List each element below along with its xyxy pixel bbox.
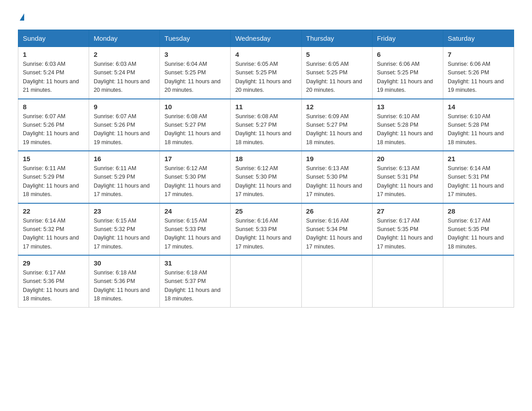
calendar-cell: 16Sunrise: 6:11 AMSunset: 5:29 PMDayligh… <box>89 151 160 203</box>
day-number: 15 <box>23 155 84 163</box>
calendar-cell: 7Sunrise: 6:06 AMSunset: 5:26 PMDaylight… <box>443 47 514 99</box>
calendar-cell <box>231 255 301 307</box>
day-number: 28 <box>448 207 509 215</box>
logo <box>18 13 24 21</box>
calendar-cell: 5Sunrise: 6:05 AMSunset: 5:25 PMDaylight… <box>301 47 372 99</box>
day-number: 5 <box>306 51 368 58</box>
day-number: 21 <box>448 155 509 163</box>
calendar-cell: 22Sunrise: 6:14 AMSunset: 5:32 PMDayligh… <box>18 203 89 256</box>
day-info: Sunrise: 6:17 AMSunset: 5:36 PMDaylight:… <box>23 269 84 304</box>
weekday-header-saturday: Saturday <box>443 30 514 47</box>
day-info: Sunrise: 6:17 AMSunset: 5:35 PMDaylight:… <box>377 217 438 252</box>
day-number: 1 <box>23 51 84 58</box>
day-info: Sunrise: 6:05 AMSunset: 5:25 PMDaylight:… <box>306 60 368 95</box>
day-number: 23 <box>94 207 155 215</box>
weekday-header-monday: Monday <box>89 30 160 47</box>
weekday-header-friday: Friday <box>372 30 443 47</box>
day-info: Sunrise: 6:16 AMSunset: 5:33 PMDaylight:… <box>235 217 296 252</box>
calendar-cell: 29Sunrise: 6:17 AMSunset: 5:36 PMDayligh… <box>18 255 89 307</box>
day-info: Sunrise: 6:06 AMSunset: 5:25 PMDaylight:… <box>377 60 438 95</box>
day-number: 6 <box>377 51 438 58</box>
page-header <box>18 13 514 21</box>
day-info: Sunrise: 6:11 AMSunset: 5:29 PMDaylight:… <box>94 164 155 199</box>
calendar-cell <box>372 255 443 307</box>
day-info: Sunrise: 6:13 AMSunset: 5:31 PMDaylight:… <box>377 164 438 199</box>
day-number: 11 <box>235 103 296 111</box>
day-info: Sunrise: 6:17 AMSunset: 5:35 PMDaylight:… <box>448 217 509 252</box>
calendar-cell <box>301 255 372 307</box>
day-number: 26 <box>306 207 368 215</box>
calendar-cell: 21Sunrise: 6:14 AMSunset: 5:31 PMDayligh… <box>443 151 514 203</box>
day-number: 19 <box>306 155 368 163</box>
day-number: 24 <box>164 207 226 215</box>
day-info: Sunrise: 6:08 AMSunset: 5:27 PMDaylight:… <box>235 112 296 147</box>
day-info: Sunrise: 6:14 AMSunset: 5:31 PMDaylight:… <box>448 164 509 199</box>
calendar-cell: 10Sunrise: 6:08 AMSunset: 5:27 PMDayligh… <box>160 99 231 151</box>
day-info: Sunrise: 6:03 AMSunset: 5:24 PMDaylight:… <box>94 60 155 95</box>
calendar-week-row: 1Sunrise: 6:03 AMSunset: 5:24 PMDaylight… <box>18 47 514 99</box>
calendar-cell: 28Sunrise: 6:17 AMSunset: 5:35 PMDayligh… <box>443 203 514 256</box>
calendar-cell: 13Sunrise: 6:10 AMSunset: 5:28 PMDayligh… <box>372 99 443 151</box>
calendar-cell <box>443 255 514 307</box>
weekday-header-thursday: Thursday <box>301 30 372 47</box>
day-number: 16 <box>94 155 155 163</box>
day-number: 17 <box>164 155 226 163</box>
day-number: 2 <box>94 51 155 58</box>
day-number: 25 <box>235 207 296 215</box>
day-info: Sunrise: 6:09 AMSunset: 5:27 PMDaylight:… <box>306 112 368 147</box>
calendar-cell: 17Sunrise: 6:12 AMSunset: 5:30 PMDayligh… <box>160 151 231 203</box>
calendar-week-row: 29Sunrise: 6:17 AMSunset: 5:36 PMDayligh… <box>18 255 514 307</box>
day-number: 8 <box>23 103 84 111</box>
day-number: 10 <box>164 103 226 111</box>
calendar-cell: 6Sunrise: 6:06 AMSunset: 5:25 PMDaylight… <box>372 47 443 99</box>
day-info: Sunrise: 6:11 AMSunset: 5:29 PMDaylight:… <box>23 164 84 199</box>
day-info: Sunrise: 6:15 AMSunset: 5:32 PMDaylight:… <box>94 217 155 252</box>
calendar-cell: 9Sunrise: 6:07 AMSunset: 5:26 PMDaylight… <box>89 99 160 151</box>
day-info: Sunrise: 6:03 AMSunset: 5:24 PMDaylight:… <box>23 60 84 95</box>
logo-triangle-icon <box>20 13 24 21</box>
calendar-cell: 15Sunrise: 6:11 AMSunset: 5:29 PMDayligh… <box>18 151 89 203</box>
day-number: 4 <box>235 51 296 58</box>
day-info: Sunrise: 6:10 AMSunset: 5:28 PMDaylight:… <box>448 112 509 147</box>
day-info: Sunrise: 6:08 AMSunset: 5:27 PMDaylight:… <box>164 112 226 147</box>
calendar-cell: 26Sunrise: 6:16 AMSunset: 5:34 PMDayligh… <box>301 203 372 256</box>
calendar-cell: 3Sunrise: 6:04 AMSunset: 5:25 PMDaylight… <box>160 47 231 99</box>
day-number: 29 <box>23 259 84 267</box>
weekday-header-tuesday: Tuesday <box>160 30 231 47</box>
calendar-table: SundayMondayTuesdayWednesdayThursdayFrid… <box>18 30 514 308</box>
weekday-header-wednesday: Wednesday <box>231 30 301 47</box>
calendar-cell: 31Sunrise: 6:18 AMSunset: 5:37 PMDayligh… <box>160 255 231 307</box>
day-info: Sunrise: 6:16 AMSunset: 5:34 PMDaylight:… <box>306 217 368 252</box>
day-number: 9 <box>94 103 155 111</box>
calendar-cell: 12Sunrise: 6:09 AMSunset: 5:27 PMDayligh… <box>301 99 372 151</box>
day-number: 13 <box>377 103 438 111</box>
day-number: 12 <box>306 103 368 111</box>
day-info: Sunrise: 6:07 AMSunset: 5:26 PMDaylight:… <box>94 112 155 147</box>
day-number: 7 <box>448 51 509 58</box>
calendar-cell: 20Sunrise: 6:13 AMSunset: 5:31 PMDayligh… <box>372 151 443 203</box>
day-number: 31 <box>164 259 226 267</box>
day-info: Sunrise: 6:15 AMSunset: 5:33 PMDaylight:… <box>164 217 226 252</box>
calendar-cell: 25Sunrise: 6:16 AMSunset: 5:33 PMDayligh… <box>231 203 301 256</box>
calendar-cell: 14Sunrise: 6:10 AMSunset: 5:28 PMDayligh… <box>443 99 514 151</box>
day-number: 18 <box>235 155 296 163</box>
day-info: Sunrise: 6:12 AMSunset: 5:30 PMDaylight:… <box>164 164 226 199</box>
day-number: 27 <box>377 207 438 215</box>
day-number: 3 <box>164 51 226 58</box>
calendar-cell: 24Sunrise: 6:15 AMSunset: 5:33 PMDayligh… <box>160 203 231 256</box>
day-info: Sunrise: 6:13 AMSunset: 5:30 PMDaylight:… <box>306 164 368 199</box>
day-info: Sunrise: 6:04 AMSunset: 5:25 PMDaylight:… <box>164 60 226 95</box>
calendar-header-row: SundayMondayTuesdayWednesdayThursdayFrid… <box>18 30 514 47</box>
calendar-week-row: 22Sunrise: 6:14 AMSunset: 5:32 PMDayligh… <box>18 203 514 256</box>
calendar-cell: 27Sunrise: 6:17 AMSunset: 5:35 PMDayligh… <box>372 203 443 256</box>
calendar-week-row: 15Sunrise: 6:11 AMSunset: 5:29 PMDayligh… <box>18 151 514 203</box>
day-number: 22 <box>23 207 84 215</box>
calendar-cell: 1Sunrise: 6:03 AMSunset: 5:24 PMDaylight… <box>18 47 89 99</box>
day-info: Sunrise: 6:18 AMSunset: 5:36 PMDaylight:… <box>94 269 155 304</box>
calendar-cell: 11Sunrise: 6:08 AMSunset: 5:27 PMDayligh… <box>231 99 301 151</box>
calendar-week-row: 8Sunrise: 6:07 AMSunset: 5:26 PMDaylight… <box>18 99 514 151</box>
calendar-cell: 4Sunrise: 6:05 AMSunset: 5:25 PMDaylight… <box>231 47 301 99</box>
calendar-cell: 30Sunrise: 6:18 AMSunset: 5:36 PMDayligh… <box>89 255 160 307</box>
day-info: Sunrise: 6:06 AMSunset: 5:26 PMDaylight:… <box>448 60 509 95</box>
calendar-cell: 2Sunrise: 6:03 AMSunset: 5:24 PMDaylight… <box>89 47 160 99</box>
